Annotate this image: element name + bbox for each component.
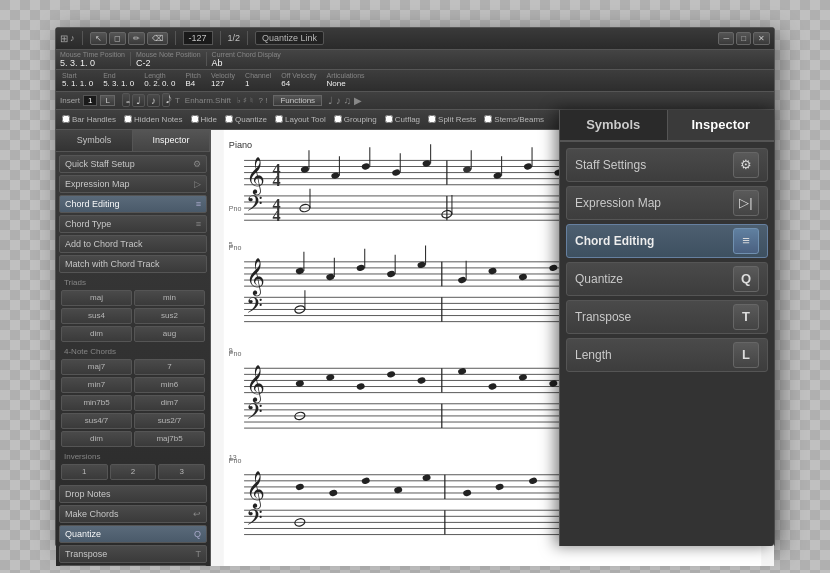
mouse-note-label: Mouse Note Position bbox=[136, 51, 201, 58]
divider4 bbox=[247, 31, 248, 45]
chord-sus47[interactable]: sus4/7 bbox=[61, 413, 132, 429]
select-tool[interactable]: ◻ bbox=[109, 32, 126, 45]
triad-sus2[interactable]: sus2 bbox=[134, 308, 205, 324]
sidebar-drop-notes[interactable]: Drop Notes bbox=[59, 485, 207, 503]
chord-dim7[interactable]: dim7 bbox=[134, 395, 205, 411]
grouping-input[interactable] bbox=[334, 115, 342, 123]
note-btn-4[interactable]: 𝅘𝅥𝅮 bbox=[162, 93, 170, 107]
eraser-tool[interactable]: ⌫ bbox=[147, 32, 168, 45]
score-icon: ♪ bbox=[70, 33, 75, 43]
chord-min7b5[interactable]: min7b5 bbox=[61, 395, 132, 411]
sidebar-chord-editing[interactable]: Chord Editing ≡ bbox=[59, 195, 207, 213]
inspector-tab-inspector[interactable]: Inspector bbox=[668, 110, 775, 140]
quantize-input[interactable] bbox=[225, 115, 233, 123]
staff-settings-label: Staff Settings bbox=[575, 158, 646, 172]
cutflag-check[interactable]: Cutflag bbox=[385, 115, 420, 124]
note-btn-1[interactable]: 𝅝 bbox=[122, 93, 130, 107]
cursor-tool[interactable]: ↖ bbox=[90, 32, 107, 45]
l-btn[interactable]: L bbox=[100, 95, 114, 106]
note-btn-2[interactable]: ♩ bbox=[132, 94, 145, 107]
toolbar-icons: ⊞ ♪ bbox=[60, 33, 75, 44]
bar-handles-check[interactable]: Bar Handles bbox=[62, 115, 116, 124]
sidebar-add-chord[interactable]: Add to Chord Track bbox=[59, 235, 207, 253]
sidebar-length[interactable]: Length L bbox=[59, 565, 207, 566]
drop-notes-label: Drop Notes bbox=[65, 489, 111, 499]
grouping-check[interactable]: Grouping bbox=[334, 115, 377, 124]
chord-7[interactable]: 7 bbox=[134, 359, 205, 375]
close-btn[interactable]: ✕ bbox=[753, 32, 770, 45]
triad-aug[interactable]: aug bbox=[134, 326, 205, 342]
sidebar-quick-staff[interactable]: Quick Staff Setup ⚙ bbox=[59, 155, 207, 173]
inv-btn1[interactable]: 1 bbox=[61, 464, 108, 480]
split-rests-input[interactable] bbox=[428, 115, 436, 123]
mouse-note-group: Mouse Note Position C-2 bbox=[136, 51, 201, 68]
hidden-notes-input[interactable] bbox=[124, 115, 132, 123]
sidebar-make-chords[interactable]: Make Chords ↩ bbox=[59, 505, 207, 523]
cutflag-input[interactable] bbox=[385, 115, 393, 123]
tab-symbols[interactable]: Symbols bbox=[56, 130, 133, 151]
svg-text:9: 9 bbox=[229, 347, 233, 355]
triad-maj[interactable]: maj bbox=[61, 290, 132, 306]
hide-check[interactable]: Hide bbox=[191, 115, 217, 124]
hidden-notes-check[interactable]: Hidden Notes bbox=[124, 115, 182, 124]
sidebar-expression-map[interactable]: Expression Map ▷ bbox=[59, 175, 207, 193]
insert-val[interactable]: 1 bbox=[83, 95, 97, 106]
pencil-tool[interactable]: ✏ bbox=[128, 32, 145, 45]
staff-settings-icon: ⚙ bbox=[733, 152, 759, 178]
stems-beams-check[interactable]: Stems/Beams bbox=[484, 115, 544, 124]
chord-type-icon: ≡ bbox=[196, 219, 201, 229]
inv-btn2[interactable]: 2 bbox=[110, 464, 157, 480]
chord-maj7[interactable]: maj7 bbox=[61, 359, 132, 375]
mouse-time-val: 5. 3. 1. 0 bbox=[60, 58, 95, 68]
tab-inspector[interactable]: Inspector bbox=[133, 130, 210, 151]
inspector-chord-editing[interactable]: Chord Editing ≡ bbox=[566, 224, 768, 258]
inspector-expression-map[interactable]: Expression Map ▷| bbox=[566, 186, 768, 220]
art-val: None bbox=[326, 79, 364, 88]
inspector-length[interactable]: Length L bbox=[566, 338, 768, 372]
sidebar-chord-type[interactable]: Chord Type ≡ bbox=[59, 215, 207, 233]
sidebar-transpose[interactable]: Transpose T bbox=[59, 545, 207, 563]
four-note-label: 4-Note Chords bbox=[59, 344, 207, 357]
inspector-transpose[interactable]: Transpose T bbox=[566, 300, 768, 334]
chord-maj7b5[interactable]: maj7b5 bbox=[134, 431, 205, 447]
svg-text:𝄢: 𝄢 bbox=[246, 400, 263, 429]
bar-handles-input[interactable] bbox=[62, 115, 70, 123]
svg-text:𝄢: 𝄢 bbox=[246, 293, 263, 322]
note-btn-3[interactable]: ♪ bbox=[147, 94, 160, 107]
quantize-link[interactable]: Quantize Link bbox=[255, 31, 324, 45]
chord-dim[interactable]: dim bbox=[61, 431, 132, 447]
mouse-time-item: Mouse Time Position 5. 3. 1. 0 bbox=[60, 51, 125, 68]
inspector-tab-symbols[interactable]: Symbols bbox=[560, 110, 668, 140]
window-controls: ─ □ ✕ bbox=[718, 32, 770, 45]
triad-sus4[interactable]: sus4 bbox=[61, 308, 132, 324]
chord-sus27[interactable]: sus2/7 bbox=[134, 413, 205, 429]
minimize-btn[interactable]: ─ bbox=[718, 32, 734, 45]
sidebar-match-chord[interactable]: Match with Chord Track bbox=[59, 255, 207, 273]
channel-label: Channel bbox=[245, 72, 271, 79]
inspector-staff-settings[interactable]: Staff Settings ⚙ bbox=[566, 148, 768, 182]
functions-btn[interactable]: Functions bbox=[273, 95, 322, 106]
chord-editing-icon: ≡ bbox=[196, 199, 201, 209]
inspector-items: Staff Settings ⚙ Expression Map ▷| Chord… bbox=[560, 142, 774, 378]
inv-btn3[interactable]: 3 bbox=[158, 464, 205, 480]
layout-tool-input[interactable] bbox=[275, 115, 283, 123]
question-marks: ? ! bbox=[259, 96, 268, 105]
triad-min[interactable]: min bbox=[134, 290, 205, 306]
svg-text:13: 13 bbox=[229, 453, 237, 461]
quantize-check[interactable]: Quantize bbox=[225, 115, 267, 124]
main-window: ⊞ ♪ ↖ ◻ ✏ ⌫ -127 1/2 Quantize Link ─ □ ✕ bbox=[55, 27, 775, 547]
end-group: End 5. 3. 1. 0 bbox=[103, 72, 134, 88]
chord-min6[interactable]: min6 bbox=[134, 377, 205, 393]
inspector-quantize[interactable]: Quantize Q bbox=[566, 262, 768, 296]
hide-input[interactable] bbox=[191, 115, 199, 123]
div bbox=[130, 52, 131, 66]
chord-min7[interactable]: min7 bbox=[61, 377, 132, 393]
layout-tool-check[interactable]: Layout Tool bbox=[275, 115, 326, 124]
maximize-btn[interactable]: □ bbox=[736, 32, 751, 45]
fraction-display: 1/2 bbox=[228, 33, 241, 43]
stems-beams-input[interactable] bbox=[484, 115, 492, 123]
split-rests-check[interactable]: Split Rests bbox=[428, 115, 476, 124]
start-val: 5. 1. 1. 0 bbox=[62, 79, 93, 88]
sidebar-quantize[interactable]: Quantize Q bbox=[59, 525, 207, 543]
triad-dim[interactable]: dim bbox=[61, 326, 132, 342]
